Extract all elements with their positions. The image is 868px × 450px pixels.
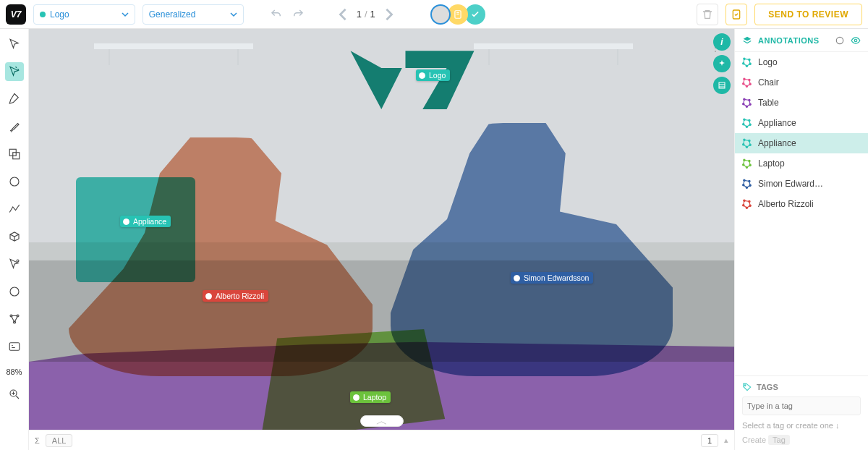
auto-annotate-tool[interactable] [5, 62, 24, 81]
svg-point-17 [749, 63, 751, 64]
class-dropdown[interactable]: Logo [33, 4, 135, 25]
canvas-drawer-handle[interactable]: ︿ [360, 415, 404, 427]
svg-point-19 [743, 63, 744, 64]
approve-button[interactable] [726, 4, 747, 25]
skeleton-tool[interactable] [5, 310, 24, 328]
annotation-label: Chair [758, 77, 779, 88]
svg-point-40 [744, 159, 745, 161]
magic-fab[interactable] [713, 55, 731, 72]
label-laptop[interactable]: Laptop [350, 391, 391, 403]
annotation-label: Table [758, 98, 779, 108]
annotation-row[interactable]: Chair [735, 72, 868, 93]
scene-shelf-left [94, 43, 253, 49]
polyline-tool[interactable] [5, 200, 24, 218]
right-sidebar: i ANNOTATIONS LogoChairTableApplianceApp… [734, 29, 868, 450]
send-to-review-button[interactable]: SEND TO REVIEW [754, 4, 862, 25]
brand-logo[interactable]: V7 [6, 4, 26, 25]
zoom-tool[interactable] [5, 385, 24, 404]
svg-point-48 [746, 187, 747, 188]
keypoint-tool[interactable] [5, 255, 24, 273]
zoom-percent: 88% [6, 368, 22, 376]
tag-create-row[interactable]: Create Tag [742, 436, 861, 444]
annotation-canvas[interactable]: ⋮ Logo Appliance Alberto Rizzoli Simon E… [29, 29, 734, 430]
annotations-title: ANNOTATIONS [758, 36, 829, 45]
cuboid-tool[interactable] [5, 227, 24, 246]
svg-point-51 [749, 200, 750, 202]
annotation-row[interactable]: Table [735, 93, 868, 113]
class-color-dot [40, 12, 46, 17]
prev-page-button[interactable] [336, 8, 349, 21]
delete-button[interactable] [697, 4, 718, 25]
undo-button[interactable] [270, 8, 283, 21]
svg-point-38 [746, 146, 747, 148]
svg-point-45 [744, 179, 745, 181]
svg-point-27 [749, 103, 751, 105]
polygon-icon [742, 77, 752, 88]
label-appliance[interactable]: Appliance [120, 216, 171, 227]
pen-tool[interactable] [5, 90, 24, 109]
polygon-icon [742, 57, 752, 67]
polygon-icon [742, 199, 752, 209]
annotation-label: Laptop [758, 158, 785, 169]
svg-point-25 [744, 98, 745, 100]
pager: 1 / 1 [331, 8, 401, 21]
label-alberto[interactable]: Alberto Rizzoli [203, 290, 268, 302]
svg-point-34 [743, 124, 744, 125]
tool-column: 88% [0, 29, 29, 450]
annotation-row[interactable]: Appliance [735, 113, 868, 133]
svg-rect-10 [9, 343, 20, 351]
text-tool[interactable] [5, 337, 24, 356]
expand-up-icon[interactable]: ▴ [724, 436, 728, 445]
cursor-tool[interactable] [5, 35, 24, 54]
comment-tool[interactable] [5, 282, 24, 301]
svg-point-31 [749, 119, 750, 121]
svg-point-16 [749, 59, 750, 60]
filter-all-chip[interactable]: ALL [46, 434, 73, 447]
visibility-icon[interactable] [851, 35, 861, 46]
annotation-row[interactable]: Logo [735, 52, 868, 72]
annotation-row[interactable]: Laptop [735, 153, 868, 174]
tags-panel: TAGS Select a tag or create one ↓ Create… [735, 375, 868, 450]
svg-point-49 [743, 184, 744, 186]
svg-point-41 [749, 160, 750, 161]
annotation-label: Alberto Rizzoli [758, 199, 814, 209]
svg-point-29 [743, 103, 744, 105]
ellipse-tool[interactable] [5, 172, 24, 191]
annotation-row[interactable]: Appliance [735, 133, 868, 153]
chevron-down-icon [230, 11, 237, 18]
bottom-bar: Σ ALL 1 ▴ [29, 430, 734, 450]
assignee-avatar[interactable] [430, 4, 451, 25]
tag-input[interactable] [742, 396, 861, 415]
annotation-row[interactable]: Simon Edward… [735, 174, 868, 194]
tags-title: TAGS [757, 383, 778, 391]
brush-tool[interactable] [5, 117, 24, 136]
mode-dropdown[interactable]: Generalized [142, 4, 244, 25]
bbox-tool[interactable] [5, 145, 24, 164]
annotation-list: LogoChairTableApplianceApplianceLaptopSi… [735, 52, 868, 375]
stage-complete[interactable] [465, 4, 485, 25]
svg-point-36 [749, 140, 750, 141]
circle-toggle-icon[interactable] [835, 35, 845, 46]
svg-point-22 [749, 83, 751, 85]
annotation-label: Appliance [758, 118, 796, 128]
panel-fab[interactable] [713, 77, 731, 94]
annotation-row[interactable]: Alberto Rizzoli [735, 194, 868, 214]
page-current: 1 [357, 9, 362, 20]
svg-point-30 [744, 119, 745, 120]
svg-point-21 [749, 79, 750, 80]
annotation-label: Logo [758, 57, 778, 67]
next-page-button[interactable] [383, 8, 396, 21]
svg-point-26 [749, 99, 750, 101]
chevron-down-icon [122, 11, 129, 18]
svg-point-47 [749, 184, 751, 186]
svg-point-54 [743, 205, 744, 206]
label-simon[interactable]: Simon Edwardsson [511, 272, 593, 284]
redo-button[interactable] [292, 8, 305, 21]
scene-v7-logo [344, 42, 481, 122]
stage-review[interactable] [448, 4, 468, 25]
svg-point-39 [743, 144, 744, 145]
layers-icon [742, 35, 752, 46]
svg-point-6 [10, 287, 19, 296]
info-fab[interactable]: i [713, 33, 731, 51]
label-logo[interactable]: Logo [416, 69, 450, 81]
